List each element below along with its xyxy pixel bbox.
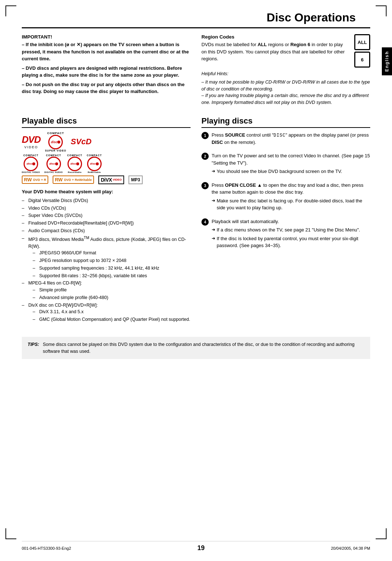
helpful-hints: Helpful Hints: – It may not be possible … (201, 70, 370, 106)
play-sub-item-5: Simple profile (33, 287, 191, 294)
important-point-2: – DVD discs and players are designed wit… (22, 65, 191, 79)
play-sub-item-3: Supported sampling frequencies : 32 kHz,… (33, 265, 191, 272)
step-content-4: Playback will start automatically. If a … (212, 218, 370, 251)
disc-ring-4: disc (68, 157, 82, 171)
disc-logos-row-1: DVD VIDEO COMPACT disc SUPER VIDEO SVcD (22, 132, 191, 152)
title-underline (22, 27, 370, 28)
divx-badge: DiVX VIDEO (98, 175, 124, 184)
compact-recordable-logo: COMPACT disc Recordable (67, 154, 82, 173)
compact-da-logo: COMPACT disc DIGITAL AUDIO (44, 154, 63, 173)
play-sub-item-7: DivX 3.11, 4.x and 5.x (33, 308, 191, 315)
important-text: – If the inhibit icon (ø or ✕) appears o… (22, 41, 191, 95)
footer-page-number: 19 (197, 544, 205, 552)
play-intro: Your DVD home theatre system will play: (22, 189, 191, 195)
side-tab: English (382, 47, 392, 75)
step-number-2: 2 (201, 153, 209, 160)
important-section: IMPORTANT! – If the inhibit icon (ø or ✕… (22, 34, 191, 95)
region-icon-all: ALL (354, 34, 370, 50)
tips-text: Some discs cannot be played on this DVD … (43, 341, 364, 355)
play-item-7: MPEG-4 files on CD-R[W]: Simple profile … (22, 280, 191, 301)
rw-dvd-r-logo: RW DVD + R (22, 175, 48, 184)
step-number-1: 1 (201, 132, 209, 139)
step-4-hint-1: If a disc menu shows on the TV, see page… (212, 226, 370, 234)
helpful-hints-title: Helpful Hints: (201, 70, 370, 77)
disc-ring-3: disc (46, 157, 61, 171)
step-number-3: 3 (201, 182, 209, 189)
play-sub-item-8: GMC (Global Motion Compensation) and QP … (33, 316, 191, 323)
footer-left: 001-045-HTS3300-93-Eng2 (22, 546, 71, 550)
bottom-two-col: Playable discs DVD VIDEO COMPACT disc (22, 116, 370, 330)
region-codes-text: DVDs must be labelled for ALL regions or… (201, 41, 348, 62)
play-item-2: Video CDs (VCDs) (22, 205, 191, 212)
compact-disc-logo: COMPACT disc SUPER VIDEO (45, 132, 66, 152)
play-item-6: MP3 discs, Windows MediaTM Audio discs, … (22, 235, 191, 279)
step-2-hint: You should see the blue DVD background s… (212, 168, 370, 175)
step-3-hint: Make sure the disc label is facing up. F… (212, 197, 370, 211)
corner-mark-tr (376, 5, 387, 16)
svcd-logo: SVcD (71, 137, 91, 146)
right-column: Region Codes DVDs must be labelled for A… (201, 34, 370, 110)
playing-discs-section: Playing discs 1 Press SOURCE control unt… (201, 116, 370, 324)
play-item-5: Audio Compact Discs (CDs) (22, 227, 191, 234)
compact-rw-logo: COMPACT disc ReWritable (87, 154, 102, 173)
play-sub-item-1: JPEG/ISO 9660/UDF format (33, 250, 191, 257)
important-point-3: – Do not push on the disc tray or put an… (22, 81, 191, 95)
region-codes-header: Region Codes DVDs must be labelled for A… (201, 34, 370, 68)
footer-right: 20/04/2005, 04:38 PM (331, 546, 370, 550)
play-list: Digital Versatile Discs (DVDs) Video CDs… (22, 197, 191, 323)
step-4-hint-2: If the disc is locked by parental contro… (212, 235, 370, 249)
playing-discs-title: Playing discs (201, 116, 370, 128)
corner-mark-tl (5, 5, 16, 16)
mp3-logo: MP3 (128, 175, 143, 184)
step-2: 2 Turn on the TV power and set to the co… (201, 152, 370, 177)
disc-ring-2: disc (24, 157, 38, 171)
play-sub-list-2: Simple profile Advanced simple profile (… (33, 287, 191, 301)
page: English Disc Operations IMPORTANT! – If … (0, 0, 392, 561)
disc-logos-row-2: COMPACT disc DIGITAL VIDEO COMPACT disc … (22, 154, 191, 173)
disc-logos-row-3: RW DVD + R RW DVD + ReWritable DiVX VIDE… (22, 175, 191, 184)
step-1-text: Press SOURCE control until "DISC" appear… (212, 132, 370, 146)
helpful-hint-1: – It may not be possible to play CD-R/RW… (201, 79, 370, 93)
step-4-text: Playback will start automatically. (212, 218, 370, 225)
disc-ring-1: disc (48, 135, 63, 149)
step-list: 1 Press SOURCE control until "DISC" appe… (201, 132, 370, 251)
corner-mark-bl (5, 528, 16, 539)
region-icon-6: 6 (354, 52, 370, 68)
helpful-hint-2: – If you are having trouble playing a ce… (201, 92, 370, 106)
rw-dvd-rw-logo: RW DVD + ReWritable (53, 175, 94, 184)
region-codes-text-block: Region Codes DVDs must be labelled for A… (201, 34, 348, 62)
region-icons: ALL 6 (354, 34, 370, 68)
disc-ring-5: disc (87, 157, 102, 171)
play-item-4: Finalised DVD+Recordable[Rewritable] (DV… (22, 220, 191, 227)
top-two-col: IMPORTANT! – If the inhibit icon (ø or ✕… (22, 34, 370, 110)
compact-dv-logo: COMPACT disc DIGITAL VIDEO (22, 154, 40, 173)
step-content-2: Turn on the TV power and set to the corr… (212, 152, 370, 177)
play-item-8: DivX disc on CD-R[W]/DVD+R[W]: DivX 3.11… (22, 302, 191, 323)
play-sub-list-1: JPEG/ISO 9660/UDF format JPEG resolution… (33, 250, 191, 279)
disc-logos: DVD VIDEO COMPACT disc SUPER VIDEO SVcD (22, 132, 191, 184)
play-sub-item-4: Supported Bit-rates : 32~256 (kbps), var… (33, 273, 191, 279)
important-point-1: – If the inhibit icon (ø or ✕) appears o… (22, 41, 191, 62)
left-column: IMPORTANT! – If the inhibit icon (ø or ✕… (22, 34, 191, 110)
step-4: 4 Playback will start automatically. If … (201, 218, 370, 251)
step-3-text: Press OPEN CLOSE ▲ to open the disc tray… (212, 182, 370, 196)
play-sub-item-2: JPEG resolution support up to 3072 × 204… (33, 257, 191, 264)
important-label: IMPORTANT! (22, 34, 191, 40)
playable-discs-section: Playable discs DVD VIDEO COMPACT disc (22, 116, 191, 324)
tips-label: TIPS: (28, 341, 39, 348)
corner-mark-br (376, 528, 387, 539)
region-codes-section: Region Codes DVDs must be labelled for A… (201, 34, 370, 106)
play-sub-list-3: DivX 3.11, 4.x and 5.x GMC (Global Motio… (33, 308, 191, 323)
dvd-logo: DVD VIDEO (22, 134, 41, 149)
region-codes-title: Region Codes (201, 34, 348, 40)
play-item-1: Digital Versatile Discs (DVDs) (22, 197, 191, 204)
step-2-text: Turn on the TV power and set to the corr… (212, 152, 370, 166)
page-title: Disc Operations (22, 11, 370, 24)
divx-logo: DiVX VIDEO (98, 175, 124, 184)
play-item-3: Super Video CDs (SVCDs) (22, 212, 191, 219)
play-sub-item-6: Advanced simple profile (640-480) (33, 294, 191, 301)
step-1: 1 Press SOURCE control until "DISC" appe… (201, 132, 370, 148)
step-number-4: 4 (201, 218, 209, 226)
tips-section: TIPS: Some discs cannot be played on thi… (22, 337, 370, 359)
step-3: 3 Press OPEN CLOSE ▲ to open the disc tr… (201, 182, 370, 213)
